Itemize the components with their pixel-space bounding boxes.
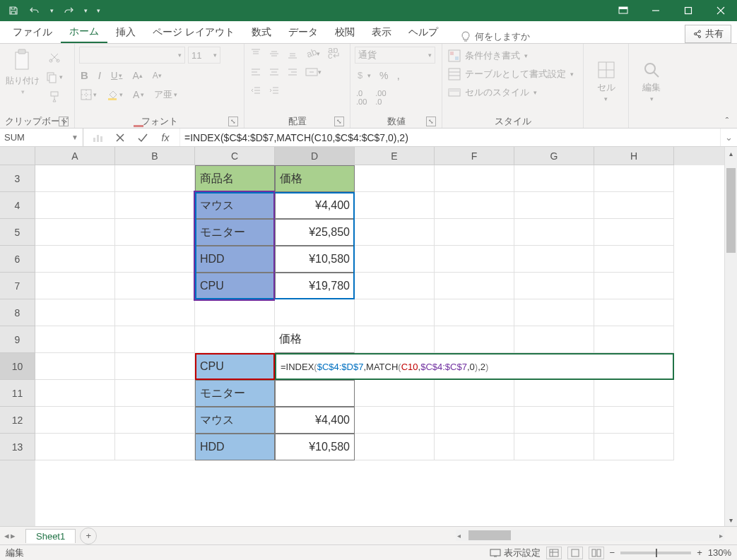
redo-icon[interactable] (59, 1, 78, 20)
sheet-tab-sheet1[interactable]: Sheet1 (25, 529, 76, 543)
row-header-13[interactable]: 13 (0, 434, 35, 460)
align-right-icon[interactable] (285, 65, 300, 79)
cell-G13[interactable] (514, 434, 594, 460)
clipboard-dialog-launcher[interactable]: ⤡ (59, 117, 69, 126)
cell-C3[interactable]: 商品名 (195, 165, 275, 192)
chart-elements-icon[interactable] (89, 130, 106, 145)
align-center-icon[interactable] (267, 65, 281, 79)
align-middle-icon[interactable] (267, 47, 281, 61)
col-header-E[interactable]: E (355, 147, 435, 165)
zoom-slider[interactable] (620, 552, 691, 554)
increase-decimal-icon[interactable]: .0.00 (355, 88, 368, 107)
italic-button[interactable]: I (97, 68, 102, 83)
cell-A9[interactable] (35, 326, 115, 353)
scroll-down-icon[interactable]: ▾ (725, 513, 737, 526)
cells-button[interactable]: セル▾ (595, 59, 618, 104)
cell-H12[interactable] (594, 407, 674, 434)
col-header-C[interactable]: C (195, 147, 275, 165)
undo-dropdown-icon[interactable]: ▾ (47, 1, 57, 20)
cell-F11[interactable] (435, 380, 514, 407)
cell-D13[interactable]: ¥10,580 (275, 434, 355, 460)
sheet-nav-prev-icon[interactable]: ◂ (4, 530, 9, 541)
phonetic-icon[interactable]: ア亜▾ (153, 87, 179, 102)
horizontal-scroll-thumb[interactable] (468, 530, 511, 540)
cell-D12[interactable]: ¥4,400 (275, 407, 355, 434)
cell-H13[interactable] (594, 434, 674, 460)
row-header-4[interactable]: 4 (0, 192, 35, 219)
cell-C13[interactable]: HDD (195, 434, 275, 460)
cell-F5[interactable] (435, 219, 514, 246)
cell-B8[interactable] (115, 299, 195, 326)
zoom-in-button[interactable]: + (697, 547, 702, 558)
col-header-D[interactable]: D (275, 147, 355, 165)
tab-page-layout[interactable]: ページ レイアウト (144, 22, 243, 43)
cell-B3[interactable] (115, 165, 195, 192)
number-format-dropdown[interactable]: 通貨▾ (355, 47, 435, 64)
cell-D6[interactable]: ¥10,580 (275, 246, 355, 273)
cell-C9[interactable] (195, 326, 275, 353)
cancel-formula-icon[interactable] (112, 130, 129, 145)
cell-F12[interactable] (435, 407, 514, 434)
col-header-G[interactable]: G (514, 147, 594, 165)
row-header-12[interactable]: 12 (0, 407, 35, 434)
tab-data[interactable]: データ (280, 22, 326, 43)
format-painter-icon[interactable] (44, 89, 64, 105)
copy-icon[interactable]: ▾ (44, 69, 64, 85)
cell-B5[interactable] (115, 219, 195, 246)
sheet-nav-next-icon[interactable]: ▸ (11, 530, 16, 541)
decrease-indent-icon[interactable] (249, 83, 263, 97)
page-break-view-icon[interactable] (589, 547, 604, 559)
cell-D9[interactable]: 価格 (275, 326, 355, 353)
normal-view-icon[interactable] (546, 547, 562, 559)
cell-F3[interactable] (435, 165, 514, 192)
zoom-level[interactable]: 130% (708, 547, 731, 558)
tab-file[interactable]: ファイル (4, 22, 61, 43)
new-sheet-button[interactable]: + (80, 528, 97, 544)
cell-G12[interactable] (514, 407, 594, 434)
cell-E8[interactable] (355, 299, 435, 326)
cell-B13[interactable] (115, 434, 195, 460)
display-settings-button[interactable]: 表示設定 (490, 547, 541, 559)
share-button[interactable]: 共有 (685, 25, 731, 43)
cell-G11[interactable] (514, 380, 594, 407)
row-header-11[interactable]: 11 (0, 380, 35, 407)
row-header-6[interactable]: 6 (0, 246, 35, 273)
increase-font-icon[interactable]: A▴ (131, 68, 143, 83)
cell-F4[interactable] (435, 192, 514, 219)
col-header-F[interactable]: F (435, 147, 514, 165)
cell-H7[interactable] (594, 273, 674, 299)
cell-G3[interactable] (514, 165, 594, 192)
ribbon-display-icon[interactable] (607, 0, 639, 21)
cell-B12[interactable] (115, 407, 195, 434)
align-left-icon[interactable] (249, 65, 263, 79)
cell-styles-button[interactable]: セルのスタイル▾ (447, 85, 579, 100)
cell-D3[interactable]: 価格 (275, 165, 355, 192)
cell-B4[interactable] (115, 192, 195, 219)
decrease-decimal-icon[interactable]: .00.0 (374, 88, 387, 107)
cell-grid[interactable]: 商品名 価格 マウス ¥4,400 モニター ¥25,850 (35, 165, 724, 526)
name-box-dropdown-icon[interactable]: ▼ (71, 133, 78, 141)
maximize-button[interactable] (672, 0, 704, 21)
wrap-text-icon[interactable]: abc↵ (326, 47, 341, 61)
cell-E4[interactable] (355, 192, 435, 219)
vertical-scrollbar[interactable]: ▴ ▾ (724, 147, 737, 526)
bold-button[interactable]: B (79, 68, 90, 83)
cell-A5[interactable] (35, 219, 115, 246)
tab-insert[interactable]: 挿入 (107, 22, 144, 43)
cell-D4[interactable]: ¥4,400 (275, 192, 355, 219)
cell-E7[interactable] (355, 273, 435, 299)
cell-D5[interactable]: ¥25,850 (275, 219, 355, 246)
cell-F7[interactable] (435, 273, 514, 299)
cell-H9[interactable] (594, 326, 674, 353)
row-header-10[interactable]: 10 (0, 353, 35, 380)
cell-E11[interactable] (355, 380, 435, 407)
cell-H11[interactable] (594, 380, 674, 407)
fill-color-icon[interactable]: ▾ (105, 87, 124, 102)
cell-C6[interactable]: HDD (195, 246, 275, 273)
formula-bar-expand-icon[interactable]: ⌄ (720, 129, 737, 146)
cell-G8[interactable] (514, 299, 594, 326)
zoom-out-button[interactable]: − (610, 547, 615, 558)
cell-F6[interactable] (435, 246, 514, 273)
undo-icon[interactable] (25, 1, 44, 20)
insert-function-icon[interactable]: fx (157, 130, 174, 145)
